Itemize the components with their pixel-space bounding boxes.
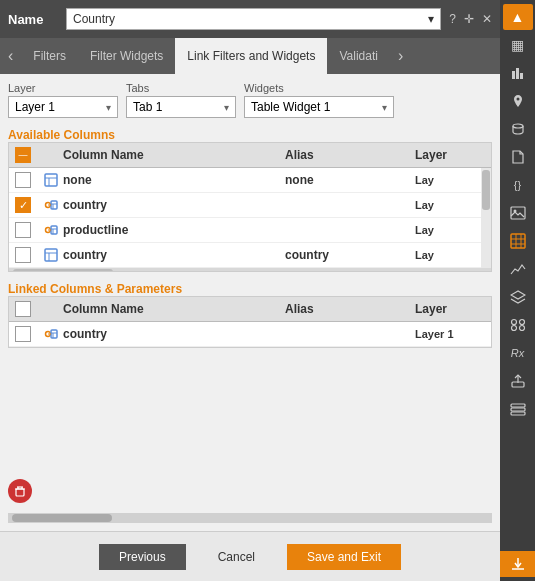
row3-checkbox[interactable] xyxy=(15,247,31,263)
svg-rect-32 xyxy=(511,234,525,248)
widgets-label: Widgets xyxy=(244,82,394,94)
cancel-button[interactable]: Cancel xyxy=(198,544,275,570)
help-icon[interactable]: ? xyxy=(449,12,456,26)
sidebar-top-arrow-icon[interactable]: ▲ xyxy=(503,4,533,30)
table-row[interactable]: none none Lay xyxy=(9,168,491,193)
layer-dropdown[interactable]: Layer 1 ▾ xyxy=(8,96,118,118)
linked-col-alias-header: Alias xyxy=(285,302,415,316)
row0-alias: none xyxy=(285,173,415,187)
sidebar-image-icon[interactable] xyxy=(503,200,533,226)
row3-icon xyxy=(39,248,63,262)
available-header-checkbox[interactable]: — xyxy=(15,147,31,163)
svg-rect-0 xyxy=(45,174,57,186)
linked-row0-icon xyxy=(39,327,63,341)
row2-checkbox[interactable] xyxy=(15,222,31,238)
svg-rect-45 xyxy=(511,412,525,415)
table-row[interactable]: productline Lay xyxy=(9,218,491,243)
sidebar-map-icon[interactable] xyxy=(503,88,533,114)
svg-point-29 xyxy=(513,124,523,128)
row1-checkbox[interactable] xyxy=(15,197,31,213)
previous-button[interactable]: Previous xyxy=(99,544,186,570)
tabs-value: Tab 1 xyxy=(133,100,162,114)
svg-rect-4 xyxy=(51,201,57,209)
bottom-scroll-thumb xyxy=(12,514,112,522)
tab-filters[interactable]: Filters xyxy=(21,38,78,74)
row2-icon xyxy=(39,223,63,237)
move-icon[interactable]: ✛ xyxy=(464,12,474,26)
layer-selector-group: Layer Layer 1 ▾ xyxy=(8,82,118,118)
col-layer-header: Layer xyxy=(415,148,485,162)
svg-point-39 xyxy=(511,326,516,331)
tab-link-filters[interactable]: Link Filters and Widgets xyxy=(175,38,327,74)
sidebar-bracket-icon[interactable]: {} xyxy=(503,172,533,198)
name-label: Name xyxy=(8,12,58,27)
table-row[interactable]: country country Lay xyxy=(9,243,491,268)
row0-layer: Lay xyxy=(415,174,485,186)
sidebar-grid-icon[interactable]: ▦ xyxy=(503,32,533,58)
sidebar-download-icon[interactable] xyxy=(500,551,535,577)
close-icon[interactable]: ✕ xyxy=(482,12,492,26)
tabs-chevron: ▾ xyxy=(224,102,229,113)
tab-validati[interactable]: Validati xyxy=(327,38,389,74)
table-row[interactable]: country Layer 1 xyxy=(9,322,491,347)
linked-columns-title: Linked Columns & Parameters xyxy=(8,282,492,296)
content-area: Layer Layer 1 ▾ Tabs Tab 1 ▾ Widgets Tab… xyxy=(0,74,500,531)
col-alias-header: Alias xyxy=(285,148,415,162)
available-columns-section: Available Columns — Column Name Alias La… xyxy=(8,124,492,272)
right-sidebar: ▲ ▦ {} Rx xyxy=(500,0,535,581)
linked-row0-checkbox[interactable] xyxy=(15,326,31,342)
linked-columns-table: Column Name Alias Layer xyxy=(8,296,492,348)
row0-icon xyxy=(39,173,63,187)
svg-point-40 xyxy=(519,326,524,331)
tab-filter-widgets[interactable]: Filter Widgets xyxy=(78,38,175,74)
svg-rect-21 xyxy=(16,489,24,496)
layer-value: Layer 1 xyxy=(15,100,55,114)
title-bar: Name Country ▾ ? ✛ ✕ xyxy=(0,0,500,38)
title-dropdown[interactable]: Country ▾ xyxy=(66,8,441,30)
svg-point-37 xyxy=(511,320,516,325)
available-columns-header: — Column Name Alias Layer xyxy=(9,143,491,168)
horizontal-scrollbar-available[interactable] xyxy=(9,268,491,272)
row1-name: country xyxy=(63,198,285,212)
row2-name: productline xyxy=(63,223,285,237)
dropdown-arrow: ▾ xyxy=(428,12,434,26)
tabs-label: Tabs xyxy=(126,82,236,94)
available-columns-body: none none Lay xyxy=(9,168,491,268)
sidebar-rx-icon[interactable]: Rx xyxy=(503,340,533,366)
row1-layer: Lay xyxy=(415,199,485,211)
selectors-row: Layer Layer 1 ▾ Tabs Tab 1 ▾ Widgets Tab… xyxy=(8,82,492,118)
save-exit-button[interactable]: Save and Exit xyxy=(287,544,401,570)
sidebar-group-icon[interactable] xyxy=(503,312,533,338)
tab-prev-btn[interactable]: ‹ xyxy=(0,38,21,74)
widgets-value: Table Widget 1 xyxy=(251,100,330,114)
sidebar-file-icon[interactable] xyxy=(503,144,533,170)
svg-rect-28 xyxy=(520,73,523,79)
table-row[interactable]: country Lay xyxy=(9,193,491,218)
layer-chevron: ▾ xyxy=(106,102,111,113)
linked-header-checkbox[interactable] xyxy=(15,301,31,317)
sidebar-chart-line-icon[interactable] xyxy=(503,256,533,282)
sidebar-export-icon[interactable] xyxy=(503,368,533,394)
widgets-dropdown[interactable]: Table Widget 1 ▾ xyxy=(244,96,394,118)
sidebar-layers-icon[interactable] xyxy=(503,284,533,310)
tabs-dropdown[interactable]: Tab 1 ▾ xyxy=(126,96,236,118)
linked-row0-layer: Layer 1 xyxy=(415,328,485,340)
row0-checkbox[interactable] xyxy=(15,172,31,188)
bottom-scrollbar[interactable] xyxy=(8,513,492,523)
sidebar-database-icon[interactable] xyxy=(503,116,533,142)
svg-rect-30 xyxy=(511,207,525,219)
tab-next-btn[interactable]: › xyxy=(390,38,411,74)
row1-icon xyxy=(39,198,63,212)
col-name-header: Column Name xyxy=(63,148,285,162)
delete-button[interactable] xyxy=(8,479,32,503)
vertical-scrollbar[interactable] xyxy=(481,168,491,268)
widgets-chevron: ▾ xyxy=(382,102,387,113)
scroll-thumb-vertical xyxy=(482,170,490,210)
available-columns-title: Available Columns xyxy=(8,128,492,142)
sidebar-table-grid-icon[interactable] xyxy=(503,228,533,254)
sidebar-chart-bar-icon[interactable] xyxy=(503,60,533,86)
sidebar-stack-icon[interactable] xyxy=(503,396,533,422)
svg-point-38 xyxy=(519,320,524,325)
layer-label: Layer xyxy=(8,82,118,94)
svg-rect-26 xyxy=(512,71,515,79)
